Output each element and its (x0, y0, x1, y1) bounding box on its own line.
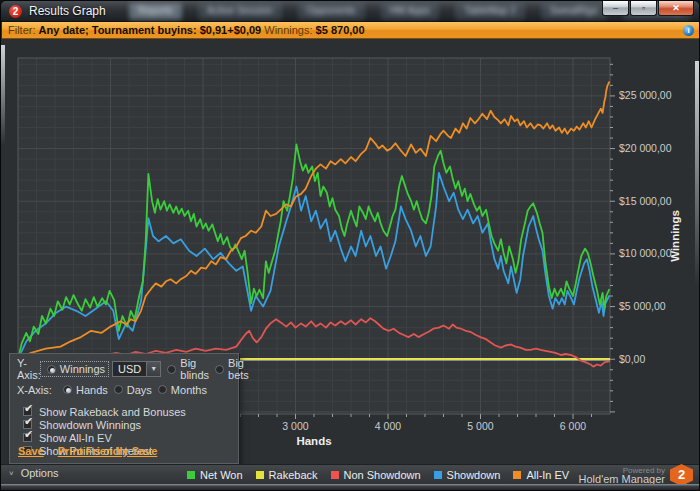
hm2-logo-badge: 2 (670, 464, 693, 486)
background-tab: SweatRigs (541, 3, 607, 20)
window-left-edge-glow (1, 45, 5, 145)
options-button-label: Options (21, 467, 59, 479)
x-axis-label: X-Axis: (17, 384, 57, 396)
legend-label: Rakeback (269, 469, 318, 481)
background-tab: Opponents (298, 3, 365, 20)
x-axis-title: Hands (296, 435, 331, 447)
window-title: Results Graph (29, 4, 106, 18)
y-axis-title: Winnings (669, 210, 681, 262)
save-link[interactable]: Save (18, 445, 44, 457)
y-tick-label: $10 000,00 (619, 247, 672, 259)
title-bar[interactable]: 2 Results Graph ReportsActive SessionOpp… (1, 1, 699, 22)
legend-label: Showdown (447, 469, 501, 481)
legend-swatch (256, 471, 264, 479)
checkmark-icon: ✔ (24, 415, 33, 428)
radio-label[interactable]: Hands (76, 384, 108, 396)
y-tick-label: $0,00 (619, 353, 645, 365)
chart-legend: Net WonRakebackNon ShowdownShowdownAll-I… (187, 465, 569, 485)
legend-label: Non Showdown (344, 469, 421, 481)
background-tab: TableMap 2 (455, 3, 525, 20)
radio-label[interactable]: Winnings (60, 363, 105, 375)
radio-winnings[interactable] (47, 365, 56, 374)
radio-big-blinds[interactable] (167, 365, 176, 374)
winnings-label: Winnings: (264, 24, 312, 36)
options-button[interactable]: ˅ Options (9, 467, 59, 479)
y-tick-label: $15 000,00 (619, 195, 672, 207)
hm2-app-icon: 2 (9, 5, 22, 18)
maximize-button[interactable]: ▫ (630, 1, 657, 16)
background-tab: HM Apps (381, 3, 440, 20)
chevron-down-icon: ˅ (9, 469, 14, 478)
checkmark-icon: ✔ (24, 428, 33, 441)
legend-item: Net Won (187, 469, 243, 481)
checkbox-show-all-in-ev[interactable]: ✔ (23, 433, 32, 442)
radio-days[interactable] (114, 385, 123, 394)
legend-swatch (331, 471, 339, 479)
radio-label[interactable]: Big blinds (180, 357, 209, 381)
y-tick-label: $20 000,00 (619, 142, 672, 154)
legend-label: Net Won (200, 469, 243, 481)
y-tick-label: $5 000,00 (619, 300, 666, 312)
save-links: SavePrint Friendly Save (18, 445, 171, 457)
checkbox-label[interactable]: Show All-In EV (39, 432, 112, 444)
legend-item: All-In EV (513, 469, 569, 481)
x-tick-label: 6 000 (560, 420, 586, 432)
filter-prefix: Filter: (8, 24, 36, 36)
radio-label[interactable]: Months (171, 384, 207, 396)
close-button[interactable]: ✕ (658, 1, 694, 16)
radio-big-bets[interactable] (215, 365, 224, 374)
powered-by: Powered by Hold'em Manager (579, 466, 665, 484)
currency-value[interactable]: USD (112, 361, 146, 377)
filter-bar: Filter: Any date; Tournament buyins: $0,… (2, 22, 700, 39)
results-graph-window: 2 Results Graph ReportsActive SessionOpp… (0, 0, 700, 491)
legend-item: Non Showdown (331, 469, 421, 481)
x-tick-label: 5 000 (467, 420, 493, 432)
window-right-edge-glow (695, 61, 699, 286)
checkbox-label[interactable]: Showdown Winnings (39, 419, 141, 431)
x-tick-label: 4 000 (375, 420, 401, 432)
winnings-value: $5 870,00 (316, 24, 365, 36)
checkbox-label[interactable]: Show Rakeback and Bonuses (39, 406, 186, 418)
background-tab: Active Session (198, 3, 282, 20)
legend-swatch (513, 471, 521, 479)
minimize-button[interactable]: – (602, 1, 629, 16)
checkmark-icon: ✔ (24, 402, 33, 415)
y-axis-label: Y-Axis: (17, 357, 41, 381)
status-bar: ˅ Options Net WonRakebackNon ShowdownSho… (1, 464, 700, 484)
radio-months[interactable] (158, 385, 167, 394)
legend-swatch (187, 471, 195, 479)
x-axis-radio-group: HandsDaysMonths (57, 384, 207, 396)
currency-dropdown[interactable]: USD▼ (112, 361, 161, 377)
legend-label: All-In EV (526, 469, 569, 481)
powered-by-line2: Hold'em Manager (579, 475, 665, 484)
radio-label[interactable]: Big bets (228, 357, 249, 381)
background-tab: Reports (129, 3, 182, 20)
info-icon[interactable]: i (683, 25, 694, 36)
dropdown-arrow-icon[interactable]: ▼ (146, 361, 161, 377)
window-controls: – ▫ ✕ (601, 1, 694, 16)
radio-label[interactable]: Days (127, 384, 152, 396)
legend-swatch (434, 471, 442, 479)
legend-item: Rakeback (256, 469, 318, 481)
x-tick-label: 3 000 (282, 420, 308, 432)
filter-text: Any date; Tournament buyins: $0,91+$0,09 (39, 24, 262, 36)
y-axis-radio-group: WinningsUSD▼Big blindsBig bets (41, 357, 249, 381)
legend-item: Showdown (434, 469, 501, 481)
print-friendly-save-link[interactable]: Print Friendly Save (58, 445, 158, 457)
options-panel: Y-Axis: WinningsUSD▼Big blindsBig bets X… (9, 353, 239, 464)
window-bottom-edge (1, 484, 700, 491)
y-tick-label: $25 000,00 (619, 89, 672, 101)
radio-hands[interactable] (63, 385, 72, 394)
